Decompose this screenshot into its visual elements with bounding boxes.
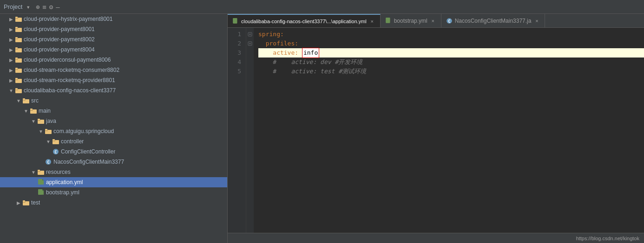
sidebar-item-cloudalibaba-config-nacos-client3377[interactable]: ▼ cloudalibaba-config-nacos-client3377 [0, 85, 227, 96]
expand-arrow-icon[interactable]: ▶ [7, 77, 15, 84]
svg-rect-23 [15, 88, 18, 90]
yaml-comment-hash: # [258, 58, 276, 67]
sidebar-item-label: resources [46, 169, 71, 175]
svg-rect-55 [233, 18, 237, 24]
sidebar-item-label: cloud-stream-rocketmq-provider8801 [24, 77, 115, 83]
folder-icon [37, 117, 45, 125]
sidebar-item-com.atguigu.springcloud[interactable]: ▼ com.atguigu.springcloud [0, 126, 227, 136]
yaml-key: active: [258, 48, 298, 58]
yaml-key: profiles: [258, 39, 298, 48]
sidebar-item-controller[interactable]: ▼ controller [0, 136, 227, 147]
status-url: https://blog.csdn.net/kingtok [576, 236, 639, 241]
sidebar-item-label: bootstrap.yml [46, 189, 79, 196]
tab-application-yml[interactable]: cloudalibaba-config-nacos-client3377\...… [228, 14, 381, 27]
svg-rect-38 [53, 139, 55, 141]
sidebar-item-label: src [31, 97, 39, 104]
sidebar-item-label: cloudalibaba-config-nacos-client3377 [24, 87, 116, 94]
expand-arrow-icon[interactable]: ▼ [7, 87, 15, 94]
sidebar-item-label: cloud-providerconsul-payment8006 [24, 57, 111, 63]
svg-rect-51 [42, 191, 44, 195]
sidebar-item-cloud-provider-hystrix-payment8001[interactable]: ▶ cloud-provider-hystrix-payment8001 [0, 14, 227, 24]
svg-rect-20 [15, 78, 18, 79]
svg-rect-8 [15, 37, 18, 38]
top-bar-icons: ⊕ ≡ ⚙ — [36, 3, 60, 11]
sidebar-item-src[interactable]: ▼ src [0, 96, 227, 106]
add-module-icon[interactable]: ⊕ [36, 3, 39, 11]
top-bar: Project ▾ ⊕ ≡ ⚙ — [0, 0, 644, 14]
tab-file-icon [232, 18, 239, 25]
sidebar-item-resources[interactable]: ▼ resources [0, 167, 227, 177]
class-file-icon: C [45, 158, 52, 166]
folder-icon [15, 46, 22, 53]
tab-close-button[interactable]: × [533, 18, 540, 24]
svg-rect-14 [15, 58, 18, 59]
sidebar-item-bootstrap.yml[interactable]: bootstrap.yml [0, 187, 227, 198]
code-line-5: # active: test #测试环境 [258, 67, 644, 76]
tab-file-icon [385, 18, 392, 24]
yaml-comment-hash: # [258, 67, 276, 76]
svg-marker-47 [42, 179, 44, 180]
expand-arrow-icon[interactable]: ▶ [7, 56, 15, 64]
sidebar-item-ConfigClientController[interactable]: C ConfigClientController [0, 147, 227, 157]
folder-icon [15, 36, 22, 43]
tab-bootstrap-yml[interactable]: bootstrap.yml× [381, 14, 441, 27]
svg-rect-56 [386, 18, 390, 23]
sidebar-item-label: ConfigClientController [61, 148, 115, 155]
editor-area: cloudalibaba-config-nacos-client3377\...… [228, 14, 644, 243]
expand-arrow-icon[interactable]: ▼ [45, 138, 52, 145]
expand-arrow-icon[interactable]: ▼ [30, 117, 37, 125]
close-sidebar-icon[interactable]: — [56, 3, 59, 11]
sidebar-item-application.yml[interactable]: application.yml [0, 177, 227, 187]
line-number-4: 4 [228, 58, 243, 67]
folder-icon [45, 128, 52, 135]
expand-arrow-icon[interactable]: ▼ [30, 168, 37, 176]
expand-arrow-icon[interactable]: ▶ [15, 199, 22, 206]
expand-arrow-icon[interactable]: ▼ [22, 107, 30, 115]
sidebar-item-cloud-provider-payment8004[interactable]: ▶ cloud-provider-payment8004 [0, 45, 227, 55]
tab-close-button[interactable]: × [369, 19, 375, 24]
tab-label: NacosConfigClientMain3377.ja [455, 18, 532, 24]
svg-rect-5 [15, 27, 18, 28]
yaml-comment: active: dev #开发环境 [276, 58, 362, 67]
sidebar-item-NacosConfigClientMain3377[interactable]: C NacosConfigClientMain3377 [0, 157, 227, 167]
collapse-all-icon[interactable]: ≡ [42, 3, 46, 11]
sidebar-item-cloud-stream-rocketmq-consumer8802[interactable]: ▶ cloud-stream-rocketmq-consumer8802 [0, 65, 227, 75]
line-number-5: 5 [228, 67, 243, 76]
class-file-icon: C [52, 148, 59, 155]
settings-icon[interactable]: ⚙ [49, 3, 53, 11]
svg-rect-54 [23, 200, 25, 202]
yaml-info-highlight: info [302, 48, 319, 58]
svg-rect-49 [38, 189, 42, 195]
sidebar-item-label: cloud-stream-rocketmq-consumer8802 [24, 67, 119, 73]
svg-rect-26 [23, 98, 25, 100]
fold-icon-1[interactable] [246, 30, 254, 39]
tab-close-button[interactable]: × [430, 18, 436, 24]
sidebar-item-main[interactable]: ▼ main [0, 106, 227, 116]
code-content[interactable]: spring: profiles: active: info # active:… [254, 28, 644, 233]
sidebar-item-cloud-provider-payment8001[interactable]: ▶ cloud-provider-payment8001 [0, 24, 227, 34]
code-line-1: spring: [258, 30, 644, 39]
sidebar-item-label: application.yml [46, 179, 83, 185]
sidebar-item-cloud-provider-payment8002[interactable]: ▶ cloud-provider-payment8002 [0, 34, 227, 45]
expand-arrow-icon[interactable]: ▶ [7, 15, 15, 23]
expand-arrow-icon[interactable]: ▶ [7, 36, 15, 43]
folder-icon [30, 107, 37, 115]
fold-icon-3 [246, 48, 254, 58]
sidebar-item-cloud-providerconsul-payment8006[interactable]: ▶ cloud-providerconsul-payment8006 [0, 55, 227, 65]
expand-arrow-icon[interactable]: ▶ [7, 46, 15, 53]
svg-rect-45 [38, 170, 40, 171]
svg-rect-32 [38, 119, 40, 120]
sidebar-item-java[interactable]: ▼ java [0, 116, 227, 126]
expand-arrow-icon[interactable]: ▶ [7, 26, 15, 33]
project-dropdown-icon[interactable]: ▾ [26, 3, 30, 11]
main-area: ▶ cloud-provider-hystrix-payment8001▶ cl… [0, 14, 644, 243]
expand-arrow-icon[interactable]: ▼ [15, 97, 22, 104]
sidebar-item-test[interactable]: ▶ test [0, 198, 227, 208]
svg-marker-50 [42, 189, 44, 191]
expand-arrow-icon[interactable]: ▼ [37, 128, 45, 135]
sidebar-item-cloud-stream-rocketmq-provider8801[interactable]: ▶ cloud-stream-rocketmq-provider8801 [0, 75, 227, 85]
tab-NacosConfigClientMain3377-java[interactable]: C NacosConfigClientMain3377.ja× [441, 14, 545, 27]
expand-arrow-icon[interactable]: ▶ [7, 66, 15, 74]
fold-icon-2[interactable] [246, 39, 254, 48]
folder-icon [15, 56, 22, 64]
